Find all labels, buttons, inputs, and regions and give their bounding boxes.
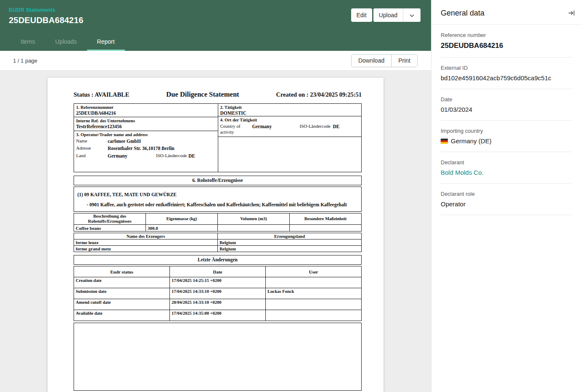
commodity-header-row: Beschreibung des Rohstoffs/Erzeugnisses … xyxy=(74,213,362,225)
tab-items[interactable]: Items xyxy=(11,33,45,51)
statement-info-table: 1. Referenznummer 25DEUDBA684216 Interne… xyxy=(74,103,362,172)
changes-row: Amend cutoff date 20/04/2025 14:33:10 +0… xyxy=(74,299,362,310)
document-header: Status : AVAILABLE Due Diligence Stateme… xyxy=(74,90,362,99)
main-panel: EUDR Statements 25DEUDBA684216 Edit Uplo… xyxy=(0,0,431,392)
empty-document-box xyxy=(74,323,362,391)
pdf-page: Status : AVAILABLE Due Diligence Stateme… xyxy=(48,78,384,392)
operator-name-row: Name carbmee GmbH xyxy=(76,138,216,144)
producer-row: ferme leuze Belgium xyxy=(74,239,362,246)
operator-country-row: Land Germany ISO-Ländercode DE xyxy=(76,153,216,159)
field-external-id: External ID bd102e45916042acb759c6d05ca9… xyxy=(441,58,572,89)
hs-subheading: - 0901 Kaffee, auch geröstet oder entkof… xyxy=(77,202,358,207)
commodity-table: Beschreibung des Rohstoffs/Erzeugnisses … xyxy=(74,213,362,232)
field-date: Date 01/03/2024 xyxy=(441,89,572,121)
page-indicator: 1 / 1 page xyxy=(13,58,37,64)
tab-report[interactable]: Report xyxy=(87,33,125,51)
doc-title: Due Diligence Statement xyxy=(166,90,239,99)
field-importing-country: Importing country Germany (DE) xyxy=(441,121,572,152)
edit-button[interactable]: Edit xyxy=(351,8,372,22)
print-button[interactable]: Print xyxy=(391,55,417,67)
sidebar-title: General data xyxy=(441,9,484,18)
germany-flag-icon xyxy=(441,139,448,144)
activity-country-row: Country of activity Germany ISO-Länderco… xyxy=(220,124,360,135)
reference-cell: 1. Referenznummer 25DEUDBA684216 xyxy=(74,104,218,117)
collapse-panel-icon[interactable] xyxy=(567,8,576,18)
activity-cell: 2. Tätigkeit DOMESTIC xyxy=(218,104,362,116)
producers-header-row: Name des Erzeugers Erzeugungsland xyxy=(74,233,362,239)
document-viewer[interactable]: Status : AVAILABLE Due Diligence Stateme… xyxy=(0,71,431,392)
producer-row: ferme grand metz Belgium xyxy=(74,246,362,252)
declarant-link[interactable]: Bold Molds Co. xyxy=(441,169,572,176)
field-declarant-role: Declarant role Operator xyxy=(441,184,572,215)
upload-dropdown-button[interactable] xyxy=(403,8,421,22)
importing-country-value: Germany (DE) xyxy=(451,137,492,145)
breadcrumb[interactable]: EUDR Statements xyxy=(9,7,56,13)
tab-bar: Items Uploads Report xyxy=(0,33,125,51)
viewer-actions: Download Print xyxy=(351,54,418,67)
hs-heading: (1) 09 KAFFEE, TEE, MATE UND GEWÜRZE xyxy=(77,192,358,197)
page-header: EUDR Statements 25DEUDBA684216 Edit Uplo… xyxy=(0,0,431,51)
download-button[interactable]: Download xyxy=(352,55,391,67)
upload-split-button: Upload xyxy=(373,8,421,22)
operator-address-row: Adresse Rosenthaler Str. 36,10178 Berlin xyxy=(76,145,216,151)
chevron-down-icon xyxy=(410,12,414,18)
changes-section-title: Letzte Änderungen xyxy=(74,255,362,265)
general-data-panel: General data Reference number 25DEUDBA68… xyxy=(431,0,582,392)
tab-uploads[interactable]: Uploads xyxy=(45,33,87,51)
info-right-column: 2. Tätigkeit DOMESTIC 4. Ort der Tätigke… xyxy=(218,104,362,172)
changes-row: Available date 17/04/2025 14:35:00 +0200 xyxy=(74,310,362,321)
changes-table: Eudr status Date User Creation date 17/0… xyxy=(74,266,362,321)
field-reference-number: Reference number 25DEUDBA684216 xyxy=(441,25,572,58)
viewer-toolbar: 1 / 1 page Download Print xyxy=(0,51,431,71)
doc-created-on: Created on : 23/04/2025 09:25:51 xyxy=(276,91,362,98)
doc-status: Status : AVAILABLE xyxy=(74,91,129,98)
producers-table: Name des Erzeugers Erzeugungsland ferme … xyxy=(74,233,362,252)
hs-code-box: (1) 09 KAFFEE, TEE, MATE UND GEWÜRZE - 0… xyxy=(74,187,362,212)
place-of-activity-cell: 4. Ort der Tätigkeit Country of activity… xyxy=(218,116,362,137)
upload-button[interactable]: Upload xyxy=(373,8,403,22)
field-declarant: Declarant Bold Molds Co. xyxy=(441,152,572,184)
sidebar-header: General data xyxy=(431,0,582,25)
info-left-column: 1. Referenznummer 25DEUDBA684216 Interne… xyxy=(74,104,218,172)
commodities-section-title: 6. Rohstoffe/Erzeugnisse xyxy=(74,176,362,185)
internal-reference-cell: Interne Ref. des Unternehmens TestrRefer… xyxy=(74,117,218,131)
changes-header-row: Eudr status Date User xyxy=(74,266,362,277)
header-actions: Edit Upload xyxy=(351,8,421,22)
changes-row: Submission date 17/04/2025 14:33:10 +020… xyxy=(74,288,362,299)
commodity-row: Coffee beans 300.0 xyxy=(74,225,362,232)
operator-cell: 3. Operator/Trader name and address Name… xyxy=(74,131,218,172)
changes-row: Creation date 17/04/2025 14:25:15 +0200 xyxy=(74,277,362,288)
empty-cell xyxy=(218,137,362,172)
